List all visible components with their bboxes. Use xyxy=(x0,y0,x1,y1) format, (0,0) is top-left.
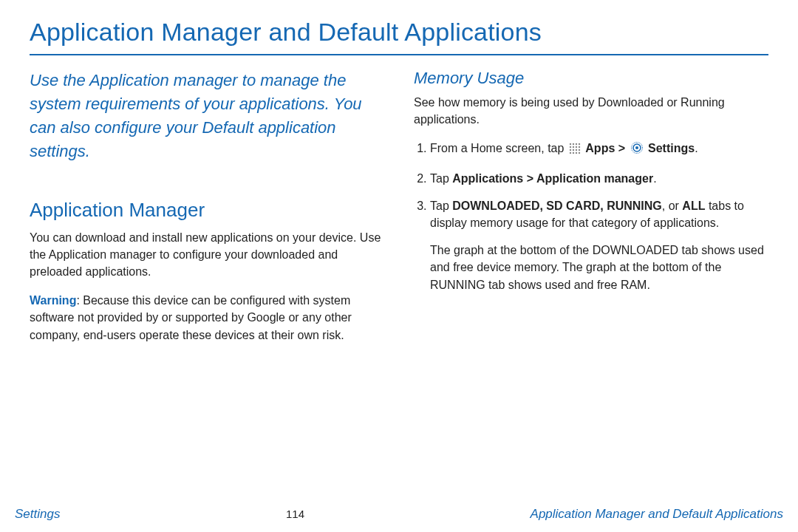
svg-point-12 xyxy=(570,152,571,154)
page-title: Application Manager and Default Applicat… xyxy=(30,18,768,47)
title-rule xyxy=(30,54,768,55)
warning-text: : Because this device can be configured … xyxy=(30,294,352,341)
svg-point-9 xyxy=(573,149,574,151)
apps-grid-icon xyxy=(569,142,581,159)
section-heading-app-manager: Application Manager xyxy=(30,199,384,222)
step-2-pre: Tap xyxy=(430,172,452,185)
step-1-post: . xyxy=(695,142,698,154)
svg-point-15 xyxy=(579,152,580,154)
left-column: Use the Application manager to manage th… xyxy=(30,69,384,355)
step-3-all: ALL xyxy=(682,200,705,212)
step-3-pre: Tap xyxy=(430,200,452,212)
step-2: Tap Applications > Application manager. xyxy=(430,170,768,187)
svg-point-4 xyxy=(570,146,571,148)
step-2-post: . xyxy=(653,172,656,185)
step-1-text-pre: From a Home screen, tap xyxy=(430,142,567,154)
warning-paragraph: Warning: Because this device can be conf… xyxy=(30,292,384,344)
content-columns: Use the Application manager to manage th… xyxy=(30,69,768,355)
svg-point-7 xyxy=(579,146,580,148)
svg-point-18 xyxy=(635,146,638,149)
step-1-gt: > xyxy=(618,142,629,154)
svg-point-2 xyxy=(576,143,577,145)
svg-point-14 xyxy=(576,152,577,154)
steps-list: From a Home screen, tap Apps > xyxy=(414,140,768,231)
svg-point-5 xyxy=(573,146,574,148)
footer-chapter: Application Manager and Default Applicat… xyxy=(531,507,783,522)
svg-point-10 xyxy=(576,149,577,151)
graph-description: The graph at the bottom of the DOWNLOADE… xyxy=(430,242,768,293)
footer-section: Settings xyxy=(15,507,60,522)
svg-point-6 xyxy=(576,146,577,148)
svg-point-8 xyxy=(570,149,571,151)
step-1-apps-label: Apps xyxy=(585,142,615,154)
memory-usage-description: See how memory is being used by Download… xyxy=(414,94,768,128)
intro-paragraph: Use the Application manager to manage th… xyxy=(30,69,384,163)
section-heading-memory-usage: Memory Usage xyxy=(414,69,768,88)
warning-label: Warning xyxy=(30,294,76,307)
step-1-settings-label: Settings xyxy=(648,142,695,154)
step-3: Tap DOWNLOADED, SD CARD, RUNNING, or ALL… xyxy=(430,197,768,231)
svg-point-1 xyxy=(573,143,574,145)
svg-point-3 xyxy=(579,143,580,145)
page-footer: Settings 114 Application Manager and Def… xyxy=(0,507,798,522)
step-3-mid: , or xyxy=(662,200,683,212)
svg-point-0 xyxy=(570,143,571,145)
step-3-tabs: DOWNLOADED, SD CARD, RUNNING xyxy=(452,200,662,212)
step-1: From a Home screen, tap Apps > xyxy=(430,140,768,159)
svg-point-13 xyxy=(573,152,574,154)
right-column: Memory Usage See how memory is being use… xyxy=(414,69,768,355)
svg-point-11 xyxy=(579,149,580,151)
app-manager-description: You can download and install new applica… xyxy=(30,229,384,281)
settings-gear-icon xyxy=(630,141,644,159)
footer-page-number: 114 xyxy=(286,508,304,520)
step-2-path: Applications > Application manager xyxy=(452,172,653,185)
